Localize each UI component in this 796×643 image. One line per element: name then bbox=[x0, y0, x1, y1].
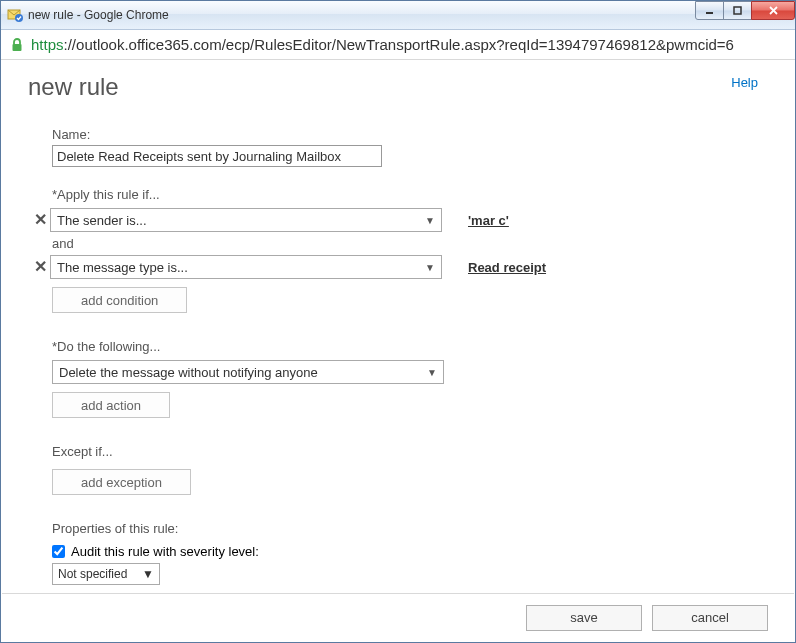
properties-heading: Properties of this rule: bbox=[52, 521, 766, 536]
lock-icon bbox=[9, 37, 25, 53]
app-favicon bbox=[7, 7, 23, 23]
add-condition-button[interactable]: add condition bbox=[52, 287, 187, 313]
url-text[interactable]: https://outlook.office365.com/ecp/RulesE… bbox=[31, 36, 734, 53]
name-label: Name: bbox=[52, 127, 766, 142]
minimize-button[interactable] bbox=[695, 1, 724, 20]
chevron-down-icon: ▼ bbox=[142, 567, 154, 581]
chevron-down-icon: ▼ bbox=[425, 215, 435, 226]
cancel-button[interactable]: cancel bbox=[652, 605, 768, 631]
dropdown-label: The message type is... bbox=[57, 260, 188, 275]
action-dropdown[interactable]: Delete the message without notifying any… bbox=[52, 360, 444, 384]
chevron-down-icon: ▼ bbox=[427, 367, 437, 378]
maximize-button[interactable] bbox=[723, 1, 752, 20]
dropdown-label: The sender is... bbox=[57, 213, 147, 228]
window-controls bbox=[696, 1, 795, 20]
dialog-footer: save cancel bbox=[2, 593, 794, 641]
remove-condition-icon[interactable]: ✕ bbox=[32, 259, 48, 275]
save-button[interactable]: save bbox=[526, 605, 642, 631]
apply-if-heading: *Apply this rule if... bbox=[52, 187, 766, 202]
except-if-heading: Except if... bbox=[52, 444, 766, 459]
dropdown-label: Delete the message without notifying any… bbox=[59, 365, 318, 380]
window-titlebar: new rule - Google Chrome bbox=[1, 1, 795, 30]
audit-checkbox[interactable] bbox=[52, 545, 65, 558]
svg-rect-3 bbox=[734, 7, 741, 14]
svg-rect-6 bbox=[13, 44, 22, 51]
close-button[interactable] bbox=[751, 1, 795, 20]
chevron-down-icon: ▼ bbox=[425, 262, 435, 273]
dropdown-label: Not specified bbox=[58, 567, 127, 581]
audit-label: Audit this rule with severity level: bbox=[71, 544, 259, 559]
window-title: new rule - Google Chrome bbox=[28, 8, 169, 22]
page-title: new rule bbox=[28, 73, 768, 101]
remove-condition-icon[interactable]: ✕ bbox=[32, 212, 48, 228]
add-action-button[interactable]: add action bbox=[52, 392, 170, 418]
address-bar: https://outlook.office365.com/ecp/RulesE… bbox=[1, 30, 795, 60]
do-following-heading: *Do the following... bbox=[52, 339, 766, 354]
add-exception-button[interactable]: add exception bbox=[52, 469, 191, 495]
condition-value-msgtype[interactable]: Read receipt bbox=[468, 260, 546, 275]
condition-dropdown-sender[interactable]: The sender is... ▼ bbox=[50, 208, 442, 232]
condition-dropdown-msgtype[interactable]: The message type is... ▼ bbox=[50, 255, 442, 279]
name-input[interactable] bbox=[52, 145, 382, 167]
severity-dropdown[interactable]: Not specified ▼ bbox=[52, 563, 160, 585]
form-scroll-region[interactable]: Name: *Apply this rule if... ✕ The sende… bbox=[28, 127, 784, 592]
help-link[interactable]: Help bbox=[731, 75, 758, 90]
condition-value-sender[interactable]: 'mar c' bbox=[468, 213, 509, 228]
and-label: and bbox=[52, 236, 766, 251]
